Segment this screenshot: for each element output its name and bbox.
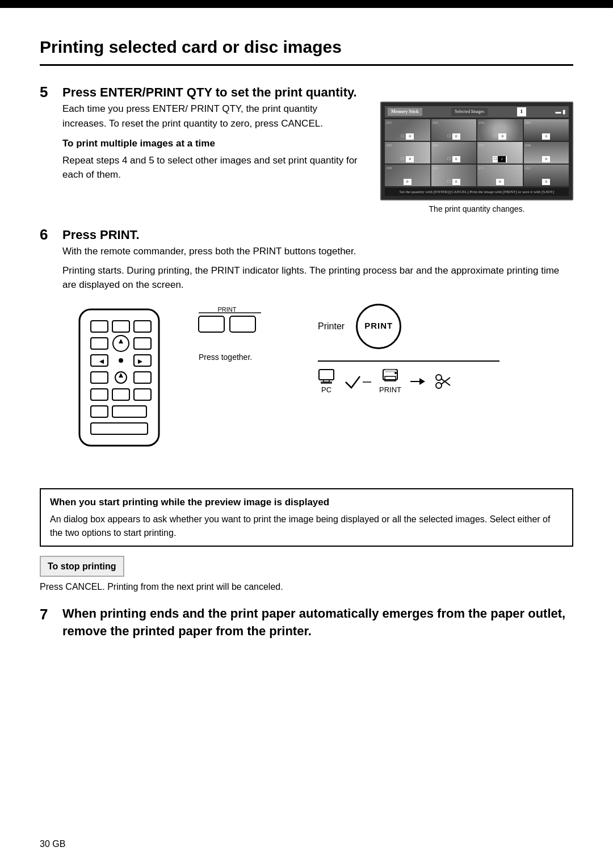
step-6: 6 Press PRINT. With the remote commander… xyxy=(40,225,573,477)
stop-printing-text: Press CANCEL. Printing from the next pri… xyxy=(40,580,573,594)
thumb-202: 202 ☐ 0 xyxy=(431,119,477,141)
step-5-image: Memory Stick Selected Images 1 ▬ ▮ 201 ☐ xyxy=(380,102,573,215)
svg-rect-26 xyxy=(230,316,255,332)
step-6-body2: Printing starts. During printing, the PR… xyxy=(62,263,573,292)
step-5-text: Each time you press ENTER/ PRINT QTY, th… xyxy=(62,102,363,188)
printer-row: Printer PRINT xyxy=(318,304,499,349)
step-7-content: When printing ends and the print paper a… xyxy=(62,605,573,640)
thumb-201: 201 ☐ 0 xyxy=(385,119,430,141)
print-buttons-diagram: PRINT Press together. xyxy=(187,304,289,380)
step-6-body1: With the remote commander, press both th… xyxy=(62,244,573,259)
remote-control-diagram xyxy=(62,304,176,463)
svg-marker-36 xyxy=(419,378,425,385)
svg-marker-15 xyxy=(119,373,123,378)
print-icon: PRINT xyxy=(379,368,401,396)
screen-caption: The print quantity changes. xyxy=(380,203,573,215)
print-label: PRINT xyxy=(379,384,401,396)
step-5-title: Press ENTER/PRINT QTY to set the print q… xyxy=(62,83,573,102)
thumb-210: 210 ☐ 0 xyxy=(431,165,477,186)
remote-svg xyxy=(62,304,176,463)
svg-point-37 xyxy=(436,375,442,380)
step-5-content: Press ENTER/PRINT QTY to set the print q… xyxy=(62,83,573,215)
print-circle: PRINT xyxy=(356,304,401,349)
step-7: 7 When printing ends and the print paper… xyxy=(40,605,573,640)
thumb-208: 208 0 xyxy=(524,142,569,163)
stop-printing-box: To stop printing xyxy=(40,556,124,577)
right-diagrams: Printer PRINT xyxy=(318,304,499,396)
pc-label: PC xyxy=(321,384,331,396)
svg-rect-13 xyxy=(91,372,108,383)
svg-rect-17 xyxy=(91,389,108,400)
step-6-content: Press PRINT. With the remote commander, … xyxy=(62,225,573,477)
svg-marker-9 xyxy=(99,359,104,364)
thumb-205: 205 ☐ 0 xyxy=(385,142,430,163)
thumb-209: 209 0 xyxy=(385,165,430,186)
image-count: 1 xyxy=(517,107,527,116)
screen-top-bar: Memory Stick Selected Images 1 ▬ ▮ xyxy=(385,106,569,118)
screen-icons: ▬ ▮ xyxy=(555,107,566,116)
thumb-203: 203 ☐ 0 xyxy=(477,119,523,141)
page-footer: 30 GB xyxy=(40,837,65,851)
step-5-layout: Each time you press ENTER/ PRINT QTY, th… xyxy=(62,102,573,215)
svg-rect-33 xyxy=(385,370,396,372)
memory-stick-label: Memory Stick xyxy=(388,108,422,116)
svg-point-34 xyxy=(394,372,397,374)
screen-bottom-text: Set the quantity with [ENTER]/[CANCEL] P… xyxy=(385,188,569,196)
step-7-body: When printing ends and the print paper a… xyxy=(62,605,573,640)
svg-rect-18 xyxy=(112,389,129,400)
svg-rect-16 xyxy=(134,372,151,383)
stop-printing-section: To stop printing Press CANCEL. Printing … xyxy=(40,556,573,594)
svg-rect-4 xyxy=(91,338,108,349)
notice-body: An dialog box appears to ask whether you… xyxy=(50,513,563,540)
press-together-label: Press together. xyxy=(199,351,252,363)
svg-rect-3 xyxy=(134,321,151,332)
page: Printing selected card or disc images 5 … xyxy=(0,0,613,868)
scissors-icon xyxy=(434,373,451,390)
thumb-211: 211 0 xyxy=(477,165,523,186)
svg-rect-2 xyxy=(112,321,129,332)
svg-point-10 xyxy=(119,358,123,363)
thumb-212: 212 0 xyxy=(524,165,569,186)
page-title: Printing selected card or disc images xyxy=(40,34,573,60)
diagrams-row: PRINT Press together. Printer PRINT xyxy=(62,304,573,463)
svg-rect-27 xyxy=(319,370,334,380)
svg-rect-21 xyxy=(112,406,146,417)
printer-label: Printer xyxy=(318,320,345,333)
top-bar xyxy=(0,0,613,8)
svg-marker-11 xyxy=(138,359,142,364)
step-5-body2: Repeat steps 4 and 5 to select other ima… xyxy=(62,153,363,182)
svg-line-39 xyxy=(441,379,450,385)
svg-rect-12 xyxy=(134,355,151,366)
stop-printing-label: To stop printing xyxy=(48,561,116,571)
svg-line-40 xyxy=(441,378,450,384)
notice-box: When you start printing while the previe… xyxy=(40,488,573,547)
svg-rect-20 xyxy=(91,406,108,417)
svg-rect-19 xyxy=(134,389,151,400)
step-7-number: 7 xyxy=(40,605,57,624)
checkmark-icon xyxy=(343,372,371,392)
step-5-subheading: To print multiple images at a time xyxy=(62,136,363,151)
step-6-number: 6 xyxy=(40,225,57,245)
print-buttons-svg: PRINT xyxy=(187,304,289,349)
svg-text:PRINT: PRINT xyxy=(218,306,237,313)
pc-print-bar: PC xyxy=(318,360,499,396)
step-5: 5 Press ENTER/PRINT QTY to set the print… xyxy=(40,83,573,215)
svg-marker-6 xyxy=(119,339,123,343)
thumb-207: 207 ☐ 2 xyxy=(477,142,523,163)
svg-rect-1 xyxy=(91,321,108,332)
print-circle-label: PRINT xyxy=(364,320,393,333)
svg-rect-7 xyxy=(134,338,151,349)
step-5-body1: Each time you press ENTER/ PRINT QTY, th… xyxy=(62,102,363,131)
svg-rect-25 xyxy=(199,316,224,332)
svg-point-38 xyxy=(436,383,442,388)
thumb-206: 206 ☐ 0 xyxy=(431,142,477,163)
svg-rect-8 xyxy=(91,355,108,366)
notice-title: When you start printing while the previe… xyxy=(50,495,563,510)
svg-rect-29 xyxy=(321,382,331,383)
step-5-number: 5 xyxy=(40,83,57,102)
screen-grid: 201 ☐ 0 202 ☐ 0 xyxy=(385,119,569,186)
svg-rect-22 xyxy=(91,423,148,434)
step-6-title: Press PRINT. xyxy=(62,225,573,244)
page-header: Printing selected card or disc images xyxy=(40,34,573,66)
screen-mockup: Memory Stick Selected Images 1 ▬ ▮ 201 ☐ xyxy=(380,102,573,200)
